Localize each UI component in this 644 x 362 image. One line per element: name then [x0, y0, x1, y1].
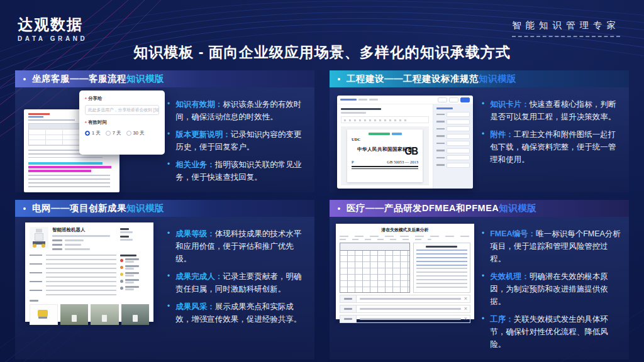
radio-option-7days: 7 天 — [106, 130, 121, 136]
close-icon: × — [464, 296, 467, 302]
bullet-item: •相关业务：指明该知识关联的常见业务，便于快速查找回复。 — [166, 158, 307, 184]
panel-title: 坐席客服——客服流程知识模版 — [32, 73, 164, 85]
panel-title: 医疗——产品研发DFMEA和PFMEA知识模版 — [347, 202, 536, 214]
dot-icon: • — [482, 98, 484, 123]
share-popover: *分享给 此处多选用户，分享给谁谁会收到 [知 *有效时间 1 天 7 天 30… — [79, 90, 165, 155]
panel-customer-service: 坐席客服——客服流程知识模版 — [15, 70, 314, 192]
knowledge-card-sidebar — [433, 104, 473, 189]
robot-image — [30, 227, 48, 248]
panel-engineering: 工程建设——工程建设标准规范知识模版 — [330, 70, 629, 192]
photo-robot-diagram — [30, 304, 58, 325]
achievement-title: 智能巡检机器人 — [52, 227, 116, 233]
form-row: × — [340, 315, 470, 323]
avatar-dot — [120, 259, 123, 262]
validity-options: 1 天 7 天 30 天 — [85, 130, 159, 136]
bullet-term: 附件： — [490, 130, 514, 139]
tagline: 智能知识管理专家 — [512, 19, 620, 37]
field-input-mock — [447, 141, 470, 146]
radio-label: 1 天 — [92, 130, 101, 136]
primary-button-mock — [460, 97, 470, 102]
photo-field-robot — [60, 304, 89, 325]
radio-icon — [106, 131, 111, 136]
share-input: 此处多选用户，分享给谁谁会收到 [知 — [85, 105, 159, 115]
contributor-row — [120, 265, 149, 270]
link-lines-mock — [416, 250, 467, 266]
dot-icon: • — [167, 300, 170, 326]
bullet-term: 版本更新说明： — [175, 130, 231, 139]
field-input-mock — [447, 134, 470, 139]
bullet-term: 相关业务： — [175, 160, 215, 169]
app-topbar — [337, 96, 473, 104]
panel-title-suffix: 知识模版 — [499, 203, 536, 213]
bullet-term: 成果风采： — [175, 302, 215, 311]
fmea-table — [340, 243, 410, 293]
panel-title: 电网——项目创新成果知识模版 — [32, 202, 164, 214]
standard-cover-page: UDC GB 中华人民共和国国家标准 PGB 50053 — 2013 — [347, 129, 423, 182]
avatar-dot — [120, 266, 123, 269]
panel-title-prefix: 电网——项目创新成果 — [32, 203, 126, 213]
dot-icon: • — [167, 270, 170, 295]
panel-header-medical: 医疗——产品研发DFMEA和PFMEA知识模版 — [330, 200, 629, 217]
text-lines-mock — [28, 175, 110, 188]
udc-label: UDC — [352, 137, 418, 141]
bullet-dot-icon — [338, 78, 340, 80]
required-asterisk: * — [85, 120, 87, 126]
photo-field-robot — [91, 304, 119, 325]
rating-block — [120, 227, 149, 250]
thumbnail-customer-service: *分享给 此处多选用户，分享给谁谁会收到 [知 *有效时间 1 天 7 天 30… — [20, 90, 165, 189]
dot-icon: • — [167, 158, 170, 184]
slide: 达观数据 DATA GRAND 智能知识管理专家 知识模板 - 面向企业级应用场… — [0, 0, 644, 362]
panel-power-grid: 电网——项目创新成果知识模版 智能巡检机器人 — [15, 200, 314, 359]
radio-label: 7 天 — [113, 130, 121, 136]
company-logo: 达观数据 DATA GRAND — [18, 16, 87, 42]
cyan-highlight — [28, 162, 103, 165]
panel-header-engineering: 工程建设——工程建设标准规范知识模版 — [330, 70, 629, 87]
achievement-page-preview: 智能巡检机器人 — [25, 222, 153, 322]
dot-icon: • — [482, 128, 484, 166]
thumbnail-power-grid: 智能巡检机器人 — [20, 220, 165, 356]
radio-label: 30 天 — [133, 130, 145, 136]
bullet-term: 知识卡片： — [490, 100, 530, 109]
dot-icon: • — [482, 313, 484, 351]
bullet-item: •版本更新说明：记录知识内容的变更历史，便于回复客户。 — [166, 128, 307, 153]
panel-title: 工程建设——工程建设标准规范知识模版 — [347, 73, 516, 85]
text-lines-mock — [416, 268, 467, 288]
bullet-item: •成果风采：展示成果亮点和实际成效，增强宣传效果，促进经验共享。 — [166, 300, 307, 326]
close-icon: × — [464, 316, 467, 322]
logo-en-text: DATA GRAND — [18, 35, 87, 42]
panel-grid: 坐席客服——客服流程知识模版 — [15, 70, 629, 352]
bullet-item: •知识卡片：快速查看核心指标，判断是否可以复用工程，提升决策效率。 — [480, 98, 621, 123]
avatar-dot — [120, 287, 123, 290]
thumbnail-engineering: UDC GB 中华人民共和国国家标准 PGB 50053 — 2013 — [335, 90, 479, 189]
form-row: × — [340, 305, 470, 313]
photo-field-robot — [121, 304, 150, 325]
logo-cn-text: 达观数据 — [18, 16, 87, 33]
radio-icon — [126, 131, 131, 136]
field-input-mock — [447, 112, 470, 117]
button-mock — [449, 97, 458, 102]
tag-mock — [369, 133, 390, 135]
tagline-text: 智能知识管理专家 — [512, 19, 620, 31]
button-mock — [438, 97, 447, 102]
validity-label-text: 有效时间 — [88, 119, 107, 126]
panel-title-prefix: 医疗——产品研发DFMEA和PFMEA — [347, 203, 499, 213]
fmea-title: 潜在失效模式及后果分析 — [340, 227, 470, 233]
panel-title-suffix: 知识模版 — [126, 203, 164, 213]
close-icon: × — [464, 306, 467, 312]
bullet-item: •成果等级：体现科技成果的技术水平和应用价值，便于评估和推广优先级。 — [166, 228, 307, 265]
fmea-document-preview: 潜在失效模式及后果分析 — [336, 224, 474, 319]
form-row: × — [340, 295, 470, 303]
report-page — [413, 243, 470, 293]
radio-option-30days: 30 天 — [126, 130, 145, 136]
bullet-list: •成果等级：体现科技成果的技术水平和应用价值，便于评估和推广优先级。 •成果完成… — [165, 220, 308, 356]
contributor-row — [120, 286, 149, 290]
share-label-text: 分享给 — [88, 96, 103, 102]
field-input-mock — [447, 155, 470, 160]
contributor-row — [120, 258, 149, 263]
bullet-item: •工序：关联失效模式发生的具体环节，确保针对性优化流程、降低风险。 — [480, 313, 621, 351]
panel-title-suffix: 知识模版 — [126, 74, 164, 84]
meta-lines-mock — [340, 235, 470, 241]
required-asterisk: * — [85, 96, 87, 102]
bullet-dot-icon — [23, 78, 26, 80]
dot-icon: • — [167, 98, 170, 123]
